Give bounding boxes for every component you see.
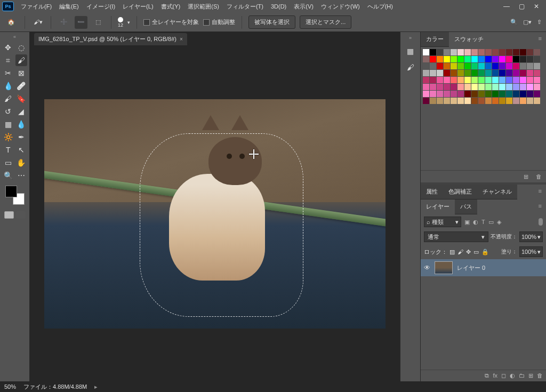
menu-file[interactable]: ファイル(F): [17, 1, 55, 12]
swatch[interactable]: [499, 49, 505, 55]
swatch[interactable]: [506, 77, 512, 83]
swatch[interactable]: [464, 91, 471, 97]
swatch[interactable]: [464, 70, 471, 76]
swatch[interactable]: [499, 56, 505, 62]
swatch[interactable]: [513, 98, 519, 104]
quickmask-mode-icon[interactable]: [16, 211, 26, 219]
eraser-tool[interactable]: ◢: [15, 106, 28, 117]
menu-type[interactable]: 書式(Y): [157, 1, 184, 12]
swatch[interactable]: [534, 49, 540, 55]
swatch[interactable]: [457, 49, 464, 55]
swatch[interactable]: [457, 56, 464, 62]
swatch[interactable]: [451, 84, 457, 90]
swatch[interactable]: [520, 77, 526, 83]
swatch[interactable]: [534, 56, 540, 62]
swatch[interactable]: [485, 84, 492, 90]
color-panel-tab[interactable]: カラー: [421, 32, 449, 47]
select-subject-button[interactable]: 被写体を選択: [248, 15, 295, 29]
intersect-selection-icon[interactable]: ⬚: [92, 16, 105, 29]
swatch[interactable]: [492, 98, 499, 104]
filesize-readout[interactable]: ファイル：4.88M/4.88M: [23, 383, 87, 391]
swatch[interactable]: [423, 91, 429, 97]
swatch[interactable]: [423, 49, 429, 55]
close-tab-icon[interactable]: ×: [180, 36, 183, 42]
swatch[interactable]: [423, 84, 429, 90]
filter-smart-icon[interactable]: ◈: [497, 219, 501, 226]
swatch[interactable]: [464, 49, 471, 55]
foreground-color[interactable]: [5, 186, 17, 197]
swatch[interactable]: [471, 91, 478, 97]
swatch[interactable]: [437, 91, 443, 97]
filter-type-icon[interactable]: T: [481, 219, 485, 226]
zoom-readout[interactable]: 50%: [4, 383, 16, 390]
swatch[interactable]: [444, 91, 450, 97]
sample-all-layers-checkbox[interactable]: 全レイヤーを対象: [143, 18, 199, 26]
healing-tool[interactable]: 🩹: [15, 80, 28, 92]
panel-menu-icon[interactable]: ≡: [534, 32, 546, 47]
swatch[interactable]: [430, 56, 436, 62]
paths-tab[interactable]: パス: [455, 199, 477, 214]
swatch[interactable]: [451, 91, 457, 97]
collapsed-panel-icon-2[interactable]: 🖌: [404, 62, 417, 73]
swatch[interactable]: [520, 56, 526, 62]
swatch[interactable]: [478, 63, 485, 69]
history-brush-tool[interactable]: ↺: [2, 106, 14, 117]
swatch[interactable]: [471, 77, 478, 83]
swatch[interactable]: [499, 70, 505, 76]
menu-window[interactable]: ウィンドウ(W): [317, 1, 364, 12]
standard-mode-icon[interactable]: [4, 211, 14, 219]
swatch[interactable]: [499, 91, 505, 97]
menu-layer[interactable]: レイヤー(L): [119, 1, 157, 12]
swatch[interactable]: [471, 63, 478, 69]
canvas-image[interactable]: [44, 99, 386, 329]
swatch[interactable]: [451, 70, 457, 76]
opacity-input[interactable]: 100%▾: [519, 231, 543, 242]
swatch[interactable]: [534, 91, 540, 97]
menu-select[interactable]: 選択範囲(S): [184, 1, 223, 12]
menu-3d[interactable]: 3D(D): [267, 2, 290, 11]
swatch[interactable]: [430, 70, 436, 76]
layers-tab[interactable]: レイヤー: [421, 199, 455, 214]
shape-tool[interactable]: ▭: [2, 157, 14, 169]
eyedropper-tool[interactable]: 💧: [2, 80, 14, 92]
path-select-tool[interactable]: ↖: [15, 144, 28, 156]
swatch[interactable]: [492, 49, 499, 55]
filter-shape-icon[interactable]: ▭: [488, 219, 494, 226]
swatch[interactable]: [492, 77, 499, 83]
swatch[interactable]: [423, 56, 429, 62]
swatch[interactable]: [478, 98, 485, 104]
panel-menu-icon-3[interactable]: ≡: [534, 199, 546, 214]
lock-brush-icon[interactable]: 🖌: [457, 249, 463, 255]
subtract-selection-icon[interactable]: ➖: [75, 16, 87, 29]
swatch[interactable]: [457, 77, 464, 83]
swatch[interactable]: [423, 70, 429, 76]
swatch[interactable]: [499, 98, 505, 104]
swatch[interactable]: [506, 63, 512, 69]
layer-style-icon[interactable]: fx: [493, 372, 497, 379]
swatch[interactable]: [451, 63, 457, 69]
group-icon[interactable]: 🗀: [519, 372, 525, 379]
fg-bg-swatch[interactable]: [5, 186, 25, 205]
swatch[interactable]: [478, 56, 485, 62]
swatch[interactable]: [513, 56, 519, 62]
swatch[interactable]: [444, 77, 450, 83]
swatch[interactable]: [513, 84, 519, 90]
swatch[interactable]: [506, 49, 512, 55]
swatch[interactable]: [485, 91, 492, 97]
visibility-icon[interactable]: 👁: [424, 264, 430, 271]
swatch[interactable]: [430, 63, 436, 69]
crop-tool[interactable]: ✂: [2, 67, 14, 79]
link-layers-icon[interactable]: ⧉: [485, 372, 489, 379]
swatch[interactable]: [471, 84, 478, 90]
swatch[interactable]: [437, 49, 443, 55]
swatch[interactable]: [506, 98, 512, 104]
quick-select-tool[interactable]: 🖌: [15, 54, 28, 66]
swatch[interactable]: [534, 77, 540, 83]
auto-enhance-checkbox[interactable]: 自動調整: [203, 18, 235, 26]
channels-tab[interactable]: チャンネル: [477, 185, 517, 199]
swatch[interactable]: [471, 56, 478, 62]
swatch[interactable]: [513, 77, 519, 83]
swatch[interactable]: [534, 84, 540, 90]
swatch[interactable]: [451, 56, 457, 62]
gradient-tool[interactable]: ▦: [2, 118, 14, 130]
